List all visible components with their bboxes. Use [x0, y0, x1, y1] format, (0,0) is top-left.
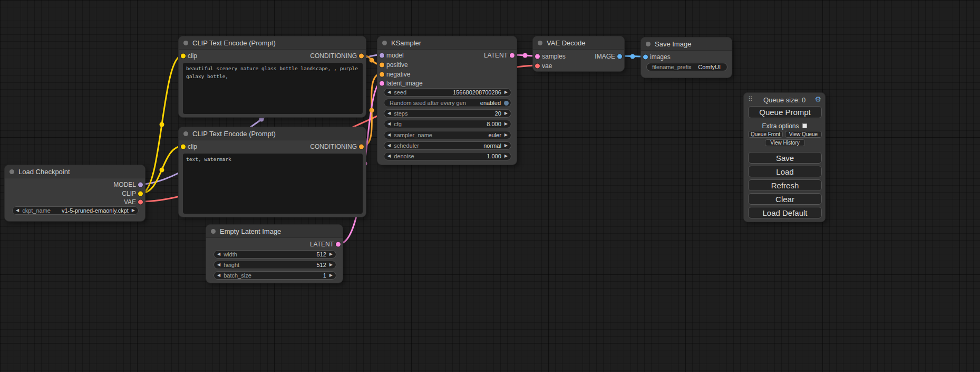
node-header[interactable]: Empty Latent Image [206, 225, 343, 238]
increment-arrow-icon[interactable]: ▶ [329, 252, 333, 256]
slot-label: positive [386, 61, 408, 69]
decrement-arrow-icon[interactable]: ◀ [217, 263, 220, 267]
collapse-dot-icon[interactable] [538, 41, 542, 45]
model-input-port[interactable] [380, 53, 384, 58]
refresh-button[interactable]: Refresh [748, 179, 822, 191]
save-button[interactable]: Save [748, 152, 822, 164]
model-output-port[interactable] [138, 183, 143, 187]
node-clip-text-encode-positive[interactable]: CLIP Text Encode (Prompt) clip CONDITION… [178, 36, 366, 118]
node-header[interactable]: CLIP Text Encode (Prompt) [179, 127, 366, 140]
queue-front-button[interactable]: Queue Front [748, 131, 783, 138]
node-header[interactable]: VAE Decode [533, 36, 624, 50]
load-button[interactable]: Load [748, 166, 822, 177]
output-slot-vae: VAE [124, 198, 145, 206]
image-output-port[interactable] [617, 54, 622, 59]
clip-input-port[interactable] [181, 54, 186, 59]
vae-input-port[interactable] [535, 64, 540, 69]
positive-input-port[interactable] [380, 63, 384, 68]
scheduler-widget[interactable]: ◀ scheduler normal ▶ [384, 141, 511, 150]
node-header[interactable]: KSampler [377, 36, 517, 50]
decrement-arrow-icon[interactable]: ◀ [217, 252, 220, 256]
node-vae-decode[interactable]: VAE Decode samples vae IMAGE [532, 36, 625, 72]
increment-arrow-icon[interactable]: ▶ [504, 90, 508, 94]
conditioning-output-port[interactable] [359, 54, 364, 59]
decrement-arrow-icon[interactable]: ◀ [387, 111, 391, 116]
input-slot-latent-image: latent_image [377, 79, 423, 88]
cfg-widget[interactable]: ◀ cfg 8.000 ▶ [384, 120, 511, 128]
increment-arrow-icon[interactable]: ▶ [504, 154, 508, 158]
widget-value: 1.000 [487, 153, 501, 159]
decrement-arrow-icon[interactable]: ◀ [387, 144, 391, 148]
node-header[interactable]: Load Checkpoint [5, 165, 145, 178]
collapse-dot-icon[interactable] [9, 169, 14, 174]
graph-canvas[interactable]: Load Checkpoint MODEL CLIP VAE ◀ ckpt_na… [0, 0, 980, 372]
widget-value: 1 [323, 272, 326, 279]
collapse-dot-icon[interactable] [183, 131, 188, 136]
clip-input-port[interactable] [181, 145, 186, 149]
toggle-enabled-dot-icon[interactable] [504, 101, 509, 106]
collapse-dot-icon[interactable] [211, 229, 216, 234]
increment-arrow-icon[interactable]: ▶ [132, 208, 135, 213]
clear-button[interactable]: Clear [748, 193, 822, 205]
collapse-dot-icon[interactable] [646, 42, 651, 46]
latent-image-input-port[interactable] [380, 81, 384, 86]
collapse-dot-icon[interactable] [183, 41, 188, 45]
ckpt-name-widget[interactable]: ◀ ckpt_name v1-5-pruned-emaonly.ckpt ▶ [12, 206, 139, 215]
node-header[interactable]: Save Image [641, 37, 732, 51]
decrement-arrow-icon[interactable]: ◀ [387, 122, 391, 126]
decrement-arrow-icon[interactable]: ◀ [217, 273, 220, 278]
widget-value: v1-5-pruned-emaonly.ckpt [62, 207, 129, 214]
increment-arrow-icon[interactable]: ▶ [504, 133, 508, 137]
node-load-checkpoint[interactable]: Load Checkpoint MODEL CLIP VAE ◀ ckpt_na… [4, 165, 145, 222]
prompt-textarea[interactable]: beautiful scenery nature glass bottle la… [183, 63, 363, 114]
increment-arrow-icon[interactable]: ▶ [504, 122, 508, 126]
increment-arrow-icon[interactable]: ▶ [329, 273, 333, 278]
latent-output-port[interactable] [510, 53, 515, 58]
seed-widget[interactable]: ◀ seed 156680208700286 ▶ [384, 88, 511, 97]
node-header[interactable]: CLIP Text Encode (Prompt) [179, 36, 366, 50]
decrement-arrow-icon[interactable]: ◀ [387, 154, 391, 158]
increment-arrow-icon[interactable]: ▶ [504, 111, 508, 116]
width-widget[interactable]: ◀ width 512 ▶ [214, 250, 336, 259]
batch-size-widget[interactable]: ◀ batch_size 1 ▶ [214, 271, 336, 280]
sampler-name-widget[interactable]: ◀ sampler_name euler ▶ [384, 131, 511, 139]
widget-value: euler [488, 132, 501, 138]
queue-prompt-button[interactable]: Queue Prompt [748, 106, 822, 118]
input-slot-images: images [641, 53, 671, 61]
node-save-image[interactable]: Save Image images filename_prefix ComfyU… [641, 37, 732, 78]
filename-prefix-widget[interactable]: filename_prefix ComfyUI [646, 63, 727, 71]
increment-arrow-icon[interactable]: ▶ [329, 263, 333, 267]
collapse-dot-icon[interactable] [382, 41, 387, 45]
prompt-textarea[interactable]: text, watermark [183, 154, 363, 214]
conditioning-output-port[interactable] [359, 145, 364, 149]
latent-output-port[interactable] [336, 242, 341, 247]
negative-input-port[interactable] [380, 72, 384, 77]
samples-input-port[interactable] [535, 54, 540, 59]
decrement-arrow-icon[interactable]: ◀ [16, 208, 19, 213]
steps-widget[interactable]: ◀ steps 20 ▶ [384, 109, 511, 118]
decrement-arrow-icon[interactable]: ◀ [387, 90, 391, 94]
widget-label: filename_prefix [652, 64, 692, 70]
denoise-widget[interactable]: ◀ denoise 1.000 ▶ [384, 152, 511, 160]
load-default-button[interactable]: Load Default [748, 207, 822, 218]
view-queue-button[interactable]: View Queue [785, 131, 822, 138]
node-clip-text-encode-negative[interactable]: CLIP Text Encode (Prompt) clip CONDITION… [178, 127, 366, 217]
decrement-arrow-icon[interactable]: ◀ [387, 133, 391, 137]
widget-value: ComfyUI [698, 64, 721, 70]
settings-gear-icon[interactable]: ⚙ [814, 95, 821, 103]
node-ksampler[interactable]: KSampler model positive negative latent_… [377, 36, 517, 165]
link-midpoint-dot [160, 122, 164, 127]
node-empty-latent-image[interactable]: Empty Latent Image LATENT ◀ width 512 ▶ … [206, 224, 343, 283]
view-history-button[interactable]: View History [765, 139, 805, 146]
height-widget[interactable]: ◀ height 512 ▶ [214, 261, 336, 269]
input-slot-negative: negative [377, 70, 410, 79]
images-input-port[interactable] [643, 55, 648, 60]
queue-menu-panel: ⠿ Queue size: 0 ⚙ Queue Prompt Extra opt… [743, 92, 826, 222]
vae-output-port[interactable] [138, 200, 143, 205]
slot-label: LATENT [484, 52, 508, 59]
extra-options-checkbox[interactable] [802, 123, 807, 128]
widget-label: steps [394, 110, 407, 117]
clip-output-port[interactable] [138, 192, 143, 196]
random-seed-toggle-widget[interactable]: Random seed after every gen enabled [384, 99, 511, 107]
increment-arrow-icon[interactable]: ▶ [504, 144, 508, 148]
